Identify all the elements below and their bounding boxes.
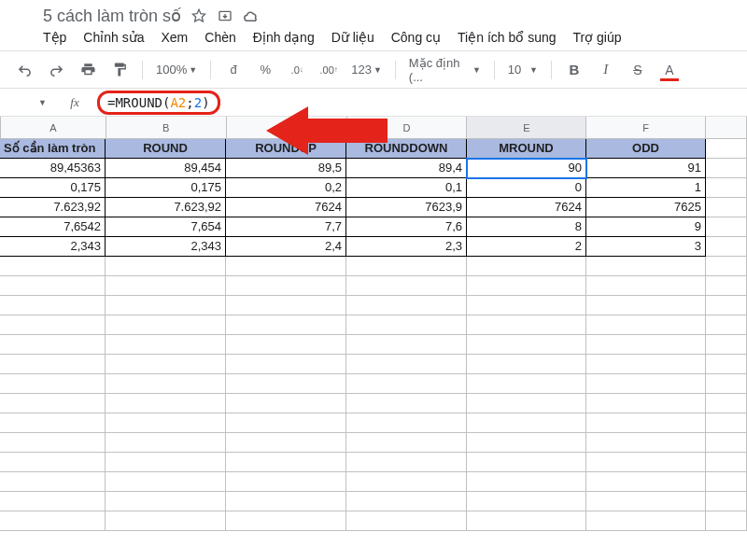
cell[interactable] <box>467 453 586 472</box>
cell[interactable] <box>586 511 706 531</box>
currency-button[interactable]: đ <box>220 57 247 83</box>
cell[interactable] <box>706 178 747 198</box>
cell[interactable]: 0,175 <box>106 178 226 198</box>
cell[interactable] <box>706 453 747 472</box>
cell[interactable]: 7,6 <box>346 217 467 237</box>
cell[interactable] <box>0 433 106 453</box>
menu-file[interactable]: Tệp <box>43 30 66 45</box>
cell[interactable] <box>706 394 747 413</box>
cell[interactable] <box>467 257 586 276</box>
cell[interactable] <box>586 374 706 394</box>
cell[interactable]: 7625 <box>586 198 706 217</box>
cell[interactable]: 0 <box>467 178 586 198</box>
font-size-select[interactable]: 10 ▼ <box>504 63 542 77</box>
cell[interactable] <box>467 374 586 394</box>
increase-decimal-button[interactable]: .00↑ <box>316 57 342 83</box>
move-icon[interactable] <box>217 7 233 24</box>
cell[interactable] <box>0 492 106 511</box>
cell[interactable] <box>467 492 586 511</box>
cell[interactable] <box>346 511 467 531</box>
cell[interactable] <box>467 413 586 433</box>
paint-format-icon[interactable] <box>106 57 133 83</box>
menu-edit[interactable]: Chỉnh sửa <box>83 30 144 45</box>
cell[interactable] <box>467 276 586 296</box>
cell[interactable]: 2,343 <box>106 237 226 257</box>
cell[interactable] <box>467 394 586 413</box>
cell[interactable] <box>706 296 747 315</box>
cell[interactable] <box>706 511 747 531</box>
cell[interactable] <box>0 413 106 433</box>
cell[interactable] <box>0 511 106 531</box>
col-header-g[interactable] <box>706 117 747 138</box>
cell[interactable] <box>706 433 747 453</box>
cell[interactable] <box>706 472 747 492</box>
cell[interactable] <box>0 394 106 413</box>
cell[interactable] <box>586 413 706 433</box>
header-cell[interactable]: MROUND <box>467 139 586 159</box>
cell[interactable] <box>346 433 467 453</box>
cell[interactable] <box>706 217 747 237</box>
header-cell[interactable]: ROUND <box>106 139 226 159</box>
col-header-b[interactable]: B <box>106 117 227 138</box>
cell[interactable] <box>106 315 226 335</box>
col-header-e[interactable]: E <box>467 117 586 138</box>
cell[interactable]: 89,454 <box>106 159 226 178</box>
cell[interactable] <box>226 335 346 355</box>
cell[interactable] <box>226 472 346 492</box>
cell[interactable] <box>706 159 747 178</box>
cell[interactable] <box>346 492 467 511</box>
cell[interactable] <box>706 257 747 276</box>
cell[interactable] <box>226 492 346 511</box>
cell[interactable] <box>467 433 586 453</box>
cell[interactable] <box>106 413 226 433</box>
cell[interactable] <box>586 296 706 315</box>
cell[interactable] <box>586 335 706 355</box>
cell[interactable]: 2,4 <box>226 237 346 257</box>
cell[interactable]: 7624 <box>467 198 586 217</box>
cell[interactable] <box>106 433 226 453</box>
cell[interactable] <box>467 335 586 355</box>
name-box[interactable]: ▼ <box>0 98 56 107</box>
cell[interactable] <box>706 335 747 355</box>
percent-button[interactable]: % <box>252 57 278 83</box>
cell[interactable] <box>226 433 346 453</box>
print-icon[interactable] <box>75 57 101 83</box>
zoom-select[interactable]: 100% ▼ <box>152 63 201 77</box>
cell[interactable]: 7,6542 <box>0 217 106 237</box>
cell[interactable]: 1 <box>586 178 706 198</box>
cell[interactable] <box>586 276 706 296</box>
cell[interactable]: 0,175 <box>0 178 106 198</box>
cell[interactable] <box>346 472 467 492</box>
cell[interactable] <box>706 198 747 217</box>
cell[interactable] <box>467 355 586 374</box>
cell[interactable]: 0,2 <box>226 178 346 198</box>
cell[interactable] <box>226 453 346 472</box>
cell[interactable] <box>106 453 226 472</box>
undo-icon[interactable] <box>11 57 37 83</box>
cell[interactable] <box>346 394 467 413</box>
redo-icon[interactable] <box>43 57 69 83</box>
strikethrough-button[interactable]: S <box>625 57 651 83</box>
cell[interactable]: 3 <box>586 237 706 257</box>
cell[interactable]: 0,1 <box>346 178 467 198</box>
cell[interactable] <box>106 492 226 511</box>
cell[interactable]: 2,3 <box>346 237 467 257</box>
cell[interactable]: 7623,9 <box>346 198 467 217</box>
cell[interactable]: 2,343 <box>0 237 106 257</box>
menu-view[interactable]: Xem <box>162 30 189 45</box>
cell[interactable] <box>106 335 226 355</box>
doc-title[interactable]: 5 cách làm tròn số <box>43 6 181 26</box>
cell[interactable] <box>586 355 706 374</box>
spreadsheet-grid[interactable]: A B C D E F Số cần làm tròn ROUND ROUNDU… <box>0 117 747 531</box>
cell[interactable]: 89,45363 <box>0 159 106 178</box>
cell[interactable] <box>586 472 706 492</box>
cell[interactable] <box>467 315 586 335</box>
cell[interactable] <box>226 413 346 433</box>
cell[interactable]: 89,5 <box>226 159 346 178</box>
cell[interactable] <box>106 472 226 492</box>
cell[interactable] <box>106 374 226 394</box>
cell[interactable]: 9 <box>586 217 706 237</box>
text-color-button[interactable]: A <box>656 57 683 83</box>
menu-data[interactable]: Dữ liệu <box>331 30 374 45</box>
cell[interactable] <box>467 511 586 531</box>
